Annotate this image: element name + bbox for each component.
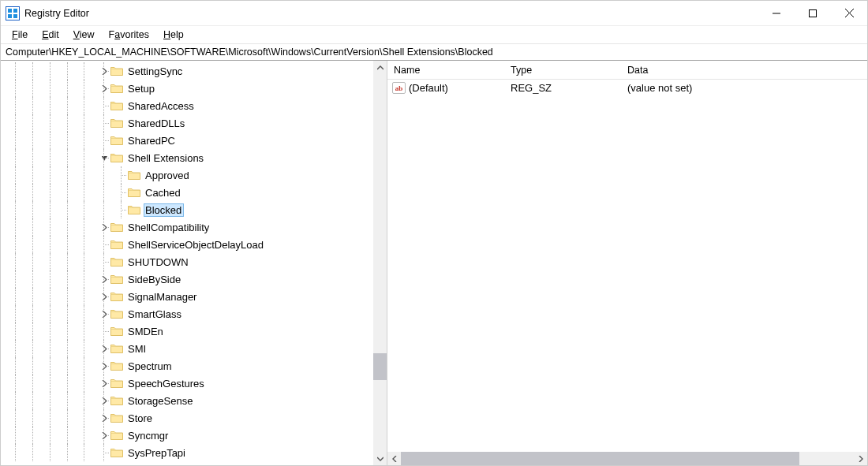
tree-item[interactable]: ShellServiceObjectDelayLoad [1,236,373,253]
chevron-right-icon[interactable] [99,66,109,76]
tree-item-label: Setup [126,82,157,95]
scroll-track[interactable] [373,74,387,452]
chevron-right-icon[interactable] [99,344,109,353]
folder-icon [110,65,123,76]
values-list[interactable]: ab(Default)REG_SZ(value not set) [387,80,867,452]
hscroll-thumb[interactable] [401,452,799,465]
folder-icon [110,378,123,389]
tree-item[interactable]: SHUTDOWN [1,253,373,270]
values-pane: Name Type Data ab(Default)REG_SZ(value n… [387,61,867,465]
window-title: Registry Editor [24,8,89,19]
folder-icon [110,430,123,441]
tree-item[interactable]: SignalManager [1,288,373,305]
chevron-down-icon[interactable] [99,153,109,162]
tree-item[interactable]: SMI [1,340,373,357]
column-header-name[interactable]: Name [387,62,504,79]
hscroll-left-button[interactable] [387,452,401,465]
values-hscrollbar[interactable] [387,452,867,465]
tree-item-label: SpeechGestures [126,377,207,390]
tree-item[interactable]: SharedDLLs [1,114,373,132]
tree-item-label: Store [126,412,155,425]
svg-rect-2 [13,9,17,13]
scroll-thumb[interactable] [373,353,387,380]
folder-icon [110,239,123,250]
chevron-right-icon[interactable] [99,361,109,371]
tree-item[interactable]: SysPrepTapi [1,444,373,461]
window-root: Registry Editor FileEditViewFavoritesHel… [0,0,868,466]
values-header: Name Type Data [387,61,867,80]
tree-item-label: ShellCompatibility [126,221,211,234]
expander-placeholder [99,136,109,145]
tree-item[interactable]: SpeechGestures [1,375,373,392]
folder-icon [110,274,123,285]
svg-text:ab: ab [395,84,403,92]
chevron-right-icon[interactable] [99,396,109,405]
chevron-right-icon[interactable] [99,309,109,319]
folder-icon [110,152,123,163]
chevron-right-icon[interactable] [99,378,109,388]
maximize-button[interactable] [795,1,831,25]
chevron-right-icon[interactable] [99,431,109,440]
tree-item-label: SettingSync [126,65,185,78]
folder-icon [110,308,123,319]
close-button[interactable] [831,1,867,25]
value-row[interactable]: ab(Default)REG_SZ(value not set) [387,80,867,95]
address-bar[interactable]: Computer\HKEY_LOCAL_MACHINE\SOFTWARE\Mic… [1,43,867,61]
tree[interactable]: SettingSyncSetupSharedAccessSharedDLLsSh… [1,62,373,465]
menu-file[interactable]: File [6,28,34,42]
folder-icon [110,395,123,406]
hscroll-track[interactable] [401,452,854,465]
tree-item[interactable]: SideBySide [1,270,373,288]
tree-item[interactable]: Cached [1,184,373,201]
tree-item[interactable]: SMDEn [1,322,373,340]
expander-placeholder [117,170,126,180]
chevron-right-icon[interactable] [99,274,109,284]
tree-item[interactable]: Approved [1,166,373,184]
minimize-button[interactable] [758,1,795,25]
tree-item[interactable]: Syncmgr [1,427,373,444]
menu-favorites[interactable]: Favorites [103,28,155,42]
chevron-right-icon[interactable] [99,84,109,93]
menu-help[interactable]: Help [157,28,190,42]
hscroll-right-button[interactable] [854,452,867,465]
column-header-data[interactable]: Data [621,62,867,79]
menubar: FileEditViewFavoritesHelp [1,26,867,43]
tree-item[interactable]: Setup [1,80,373,97]
tree-item[interactable]: Spectrum [1,357,373,375]
tree-item[interactable]: Store [1,409,373,427]
chevron-right-icon[interactable] [99,413,109,423]
tree-item[interactable]: Blocked [1,201,373,218]
tree-item[interactable]: ShellCompatibility [1,218,373,236]
tree-item[interactable]: Shell Extensions [1,149,373,166]
tree-item-label: Shell Extensions [126,151,206,165]
tree-item-label: SharedDLLs [126,117,187,130]
tree-item-label: SMDEn [126,325,166,338]
svg-rect-4 [13,14,17,18]
tree-pane: SettingSyncSetupSharedAccessSharedDLLsSh… [1,61,387,465]
expander-placeholder [99,257,109,267]
chevron-right-icon[interactable] [99,222,109,232]
menu-edit[interactable]: Edit [36,28,65,42]
window-controls [758,1,867,25]
expander-placeholder [99,448,109,457]
tree-scrollbar[interactable] [373,61,387,465]
svg-rect-6 [810,9,817,17]
scroll-down-button[interactable] [373,452,387,465]
folder-icon [110,222,123,233]
tree-item-label: SharedPC [126,134,178,147]
tree-item-label: SignalManager [126,290,199,304]
chevron-right-icon[interactable] [99,292,109,301]
folder-icon [128,187,140,198]
folder-icon [110,447,123,458]
tree-item[interactable]: SmartGlass [1,305,373,322]
tree-item[interactable]: SettingSync [1,62,373,80]
value-type: REG_SZ [511,82,627,94]
tree-item[interactable]: SharedAccess [1,97,373,114]
scroll-up-button[interactable] [373,61,387,74]
folder-icon [110,100,123,111]
menu-view[interactable]: View [67,28,101,42]
tree-item[interactable]: StorageSense [1,392,373,409]
expander-placeholder [99,240,109,249]
column-header-type[interactable]: Type [504,62,621,79]
tree-item[interactable]: SharedPC [1,132,373,149]
